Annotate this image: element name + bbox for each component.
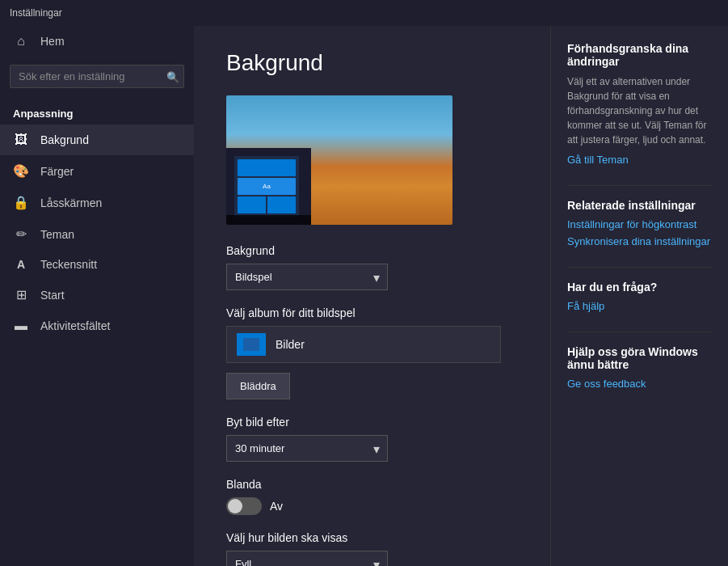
sidebar: ⌂ Hem 🔍 Anpassning 🖼 Bakgrund 🎨 Färger 🔒… bbox=[0, 26, 194, 566]
preview-section-title: Förhandsgranska dina ändringar bbox=[567, 42, 712, 68]
related-section: Relaterade inställningar Inställningar f… bbox=[567, 199, 712, 247]
divider-3 bbox=[567, 332, 712, 332]
album-form-group: Välj album för ditt bildspel Bilder Bläd… bbox=[226, 306, 518, 399]
related-section-title: Relaterade inställningar bbox=[567, 199, 712, 212]
shuffle-form-group: Blanda Av bbox=[226, 478, 518, 515]
change-select-wrapper: 1 minut 10 minuter 30 minuter 1 timme 6 … bbox=[226, 435, 388, 462]
search-icon: 🔍 bbox=[166, 70, 179, 82]
divider-1 bbox=[567, 185, 712, 186]
background-select[interactable]: Bild Enfärgad Bildspel bbox=[226, 264, 388, 290]
taskbar-preview bbox=[226, 215, 311, 225]
fit-form-group: Välj hur bilden ska visas Fyll Anpassa S… bbox=[226, 531, 518, 566]
question-section: Har du en fråga? Få hjälp bbox=[567, 281, 712, 312]
lasskarm-icon: 🔒 bbox=[13, 195, 29, 210]
change-interval-select[interactable]: 1 minut 10 minuter 30 minuter 1 timme 6 … bbox=[226, 435, 388, 462]
sidebar-label-farger: Färger bbox=[40, 165, 74, 178]
background-form-group: Bakgrund Bild Enfärgad Bildspel bbox=[226, 244, 518, 290]
fit-select[interactable]: Fyll Anpassa Sträck Sida vid sida Centre… bbox=[226, 551, 388, 566]
feedback-link[interactable]: Ge oss feedback bbox=[567, 378, 712, 390]
sidebar-label-aktivitetsfalt: Aktivitetsfältet bbox=[40, 319, 110, 332]
sidebar-label-teman: Teman bbox=[40, 228, 74, 241]
fit-label: Välj hur bilden ska visas bbox=[226, 531, 518, 544]
bakgrund-icon: 🖼 bbox=[13, 133, 29, 147]
main-content: Bakgrund Aa Bakgrund bbox=[194, 26, 550, 566]
tile-wide bbox=[238, 159, 296, 176]
question-section-title: Har du en fråga? bbox=[567, 281, 712, 294]
sidebar-label-teckensnitt: Teckensnitt bbox=[40, 258, 97, 271]
change-interval-form-group: Byt bild efter 1 minut 10 minuter 30 min… bbox=[226, 416, 518, 462]
shuffle-label: Blanda bbox=[226, 478, 518, 491]
sidebar-home-label: Hem bbox=[40, 35, 65, 48]
desktop-preview: Aa bbox=[226, 148, 311, 225]
farger-icon: 🎨 bbox=[13, 163, 29, 179]
album-item[interactable]: Bilder bbox=[226, 326, 501, 363]
sidebar-item-aktivitetsfalt[interactable]: ▬ Aktivitetsfältet bbox=[0, 310, 194, 341]
sidebar-item-farger[interactable]: 🎨 Färger bbox=[0, 155, 194, 187]
sync-link[interactable]: Synkronisera dina inställningar bbox=[567, 235, 712, 247]
high-contrast-link[interactable]: Inställningar för högkontrast bbox=[567, 218, 712, 230]
home-icon: ⌂ bbox=[13, 34, 29, 49]
toggle-container: Av bbox=[226, 497, 518, 515]
sidebar-item-start[interactable]: ⊞ Start bbox=[0, 279, 194, 310]
teckensnitt-icon: A bbox=[13, 258, 29, 271]
preview-section-text: Välj ett av alternativen under Bakgrund … bbox=[567, 74, 712, 147]
tile-aa: Aa bbox=[238, 178, 296, 195]
background-label: Bakgrund bbox=[226, 244, 518, 257]
improve-section: Hjälp oss göra Windows ännu bättre Ge os… bbox=[567, 345, 712, 390]
teman-icon: ✏ bbox=[13, 226, 29, 242]
toggle-thumb bbox=[228, 499, 242, 513]
fit-select-wrapper: Fyll Anpassa Sträck Sida vid sida Centre… bbox=[226, 551, 388, 566]
aktivitetsfalt-icon: ▬ bbox=[13, 319, 29, 333]
preview-overlay: Aa bbox=[226, 95, 452, 225]
goto-theme-link[interactable]: Gå till Teman bbox=[567, 154, 712, 166]
help-link[interactable]: Få hjälp bbox=[567, 300, 712, 312]
sidebar-item-home[interactable]: ⌂ Hem bbox=[0, 26, 194, 57]
search-input[interactable] bbox=[10, 65, 184, 88]
sidebar-item-bakgrund[interactable]: 🖼 Bakgrund bbox=[0, 125, 194, 155]
page-title: Bakgrund bbox=[226, 50, 518, 76]
right-panel: Förhandsgranska dina ändringar Välj ett … bbox=[550, 26, 728, 566]
background-preview: Aa bbox=[226, 95, 452, 225]
tile-1 bbox=[238, 196, 266, 213]
start-menu-preview: Aa bbox=[234, 156, 299, 217]
shuffle-toggle[interactable] bbox=[226, 497, 262, 515]
change-label: Byt bild efter bbox=[226, 416, 518, 429]
sidebar-label-start: Start bbox=[40, 289, 65, 302]
sidebar-item-teckensnitt[interactable]: A Teckensnitt bbox=[0, 250, 194, 279]
album-name: Bilder bbox=[276, 338, 305, 351]
album-icon bbox=[237, 333, 266, 356]
sidebar-item-lasskarm[interactable]: 🔒 Låsskärmen bbox=[0, 187, 194, 218]
titlebar-title: Inställningar bbox=[10, 7, 62, 19]
tile-2 bbox=[267, 196, 296, 213]
album-label: Välj album för ditt bildspel bbox=[226, 306, 518, 319]
shuffle-state: Av bbox=[270, 500, 283, 513]
sidebar-item-teman[interactable]: ✏ Teman bbox=[0, 218, 194, 250]
sidebar-label-lasskarm: Låsskärmen bbox=[40, 196, 102, 209]
album-icon-inner bbox=[243, 338, 259, 351]
start-icon: ⊞ bbox=[13, 287, 29, 302]
improve-section-title: Hjälp oss göra Windows ännu bättre bbox=[567, 345, 712, 371]
titlebar: Inställningar bbox=[0, 0, 728, 26]
browse-button[interactable]: Bläddra bbox=[226, 373, 290, 399]
sidebar-search-container: 🔍 bbox=[10, 65, 184, 88]
sidebar-section-label: Anpassning bbox=[0, 96, 194, 125]
preview-section: Förhandsgranska dina ändringar Välj ett … bbox=[567, 42, 712, 166]
background-select-wrapper: Bild Enfärgad Bildspel bbox=[226, 264, 388, 290]
divider-2 bbox=[567, 267, 712, 268]
sidebar-label-bakgrund: Bakgrund bbox=[40, 133, 89, 146]
